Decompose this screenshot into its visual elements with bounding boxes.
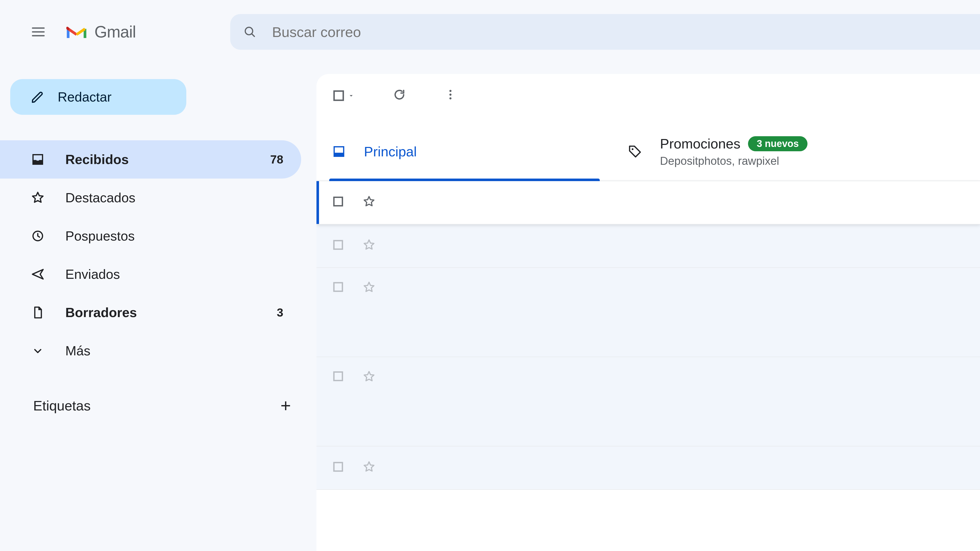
checkbox-icon (332, 281, 345, 293)
svg-rect-10 (334, 241, 342, 249)
tab-promotions[interactable]: Promociones 3 nuevos Depositphotos, rawp… (612, 122, 908, 181)
mail-row[interactable] (317, 357, 980, 446)
svg-point-6 (449, 97, 452, 99)
send-icon (30, 267, 45, 281)
main-panel: Principal Promociones 3 nuevos Depositph… (317, 74, 980, 551)
row-checkbox[interactable] (332, 370, 345, 385)
mail-row[interactable] (317, 181, 980, 224)
star-icon (30, 191, 45, 205)
hamburger-icon (30, 24, 46, 40)
svg-point-8 (632, 148, 633, 150)
checkbox-icon (332, 89, 345, 103)
refresh-button[interactable] (393, 88, 406, 103)
labels-heading: Etiquetas (33, 398, 91, 413)
toolbar (317, 74, 980, 118)
star-icon (363, 195, 375, 208)
labels-section-header: Etiquetas + (0, 395, 317, 416)
more-vertical-icon (444, 88, 457, 101)
checkbox-icon (332, 238, 345, 251)
sidebar-item-more[interactable]: Más (0, 332, 301, 370)
svg-rect-12 (334, 372, 342, 380)
clock-icon (30, 229, 45, 243)
tab-subtitle: Depositphotos, rawpixel (660, 155, 808, 167)
compose-label: Redactar (58, 89, 111, 105)
compose-button[interactable]: Redactar (10, 79, 186, 115)
sidebar-item-label: Destacados (65, 190, 135, 205)
tag-icon (628, 144, 642, 159)
sidebar-item-label: Más (65, 343, 90, 359)
checkbox-icon (332, 195, 345, 208)
svg-rect-11 (334, 283, 342, 291)
search-icon (243, 25, 257, 39)
svg-rect-13 (334, 462, 342, 471)
row-star[interactable] (363, 195, 375, 210)
search-input[interactable] (272, 24, 980, 40)
tab-label: Principal (364, 144, 417, 159)
sidebar-item-label: Borradores (65, 305, 137, 320)
app-header: Gmail (0, 0, 980, 64)
category-tabs: Principal Promociones 3 nuevos Depositph… (317, 122, 980, 181)
more-button[interactable] (444, 88, 457, 103)
svg-rect-1 (33, 161, 42, 164)
sidebar: Redactar Recibidos 78 Destacados Pospues… (0, 64, 317, 551)
star-icon (363, 460, 375, 473)
mail-row[interactable] (317, 224, 980, 268)
refresh-icon (393, 88, 406, 101)
logo[interactable]: Gmail (66, 22, 136, 41)
svg-point-4 (449, 90, 452, 92)
star-icon (363, 281, 375, 294)
row-checkbox[interactable] (332, 238, 345, 254)
row-star[interactable] (363, 281, 375, 296)
select-all-checkbox[interactable] (332, 89, 355, 103)
app-name: Gmail (94, 22, 136, 41)
checkbox-icon (332, 370, 345, 383)
row-checkbox[interactable] (332, 460, 345, 475)
caret-down-icon (348, 92, 355, 99)
mail-list (317, 181, 980, 551)
star-icon (363, 370, 375, 383)
pencil-icon (30, 90, 45, 104)
row-star[interactable] (363, 238, 375, 254)
sidebar-item-inbox[interactable]: Recibidos 78 (0, 140, 301, 179)
svg-point-5 (449, 94, 452, 95)
add-label-button[interactable]: + (280, 395, 291, 416)
sidebar-item-count: 78 (270, 152, 283, 166)
sidebar-item-sent[interactable]: Enviados (0, 255, 301, 293)
sidebar-item-label: Recibidos (65, 152, 129, 167)
svg-rect-7 (334, 153, 344, 156)
sidebar-nav: Recibidos 78 Destacados Pospuestos Envia… (0, 140, 317, 370)
search-bar[interactable] (230, 14, 980, 50)
mail-row[interactable] (317, 268, 980, 357)
sidebar-item-label: Pospuestos (65, 228, 135, 244)
row-checkbox[interactable] (332, 281, 345, 295)
tab-label: Promociones (660, 136, 740, 151)
gmail-logo-icon (66, 24, 87, 40)
row-checkbox[interactable] (332, 195, 345, 210)
sidebar-item-starred[interactable]: Destacados (0, 179, 301, 217)
main-menu-button[interactable] (28, 22, 48, 42)
inbox-icon (332, 144, 346, 159)
tab-primary[interactable]: Principal (317, 122, 612, 181)
inbox-icon (30, 152, 45, 167)
star-icon (363, 238, 375, 251)
chevron-down-icon (30, 344, 45, 358)
sidebar-item-snoozed[interactable]: Pospuestos (0, 217, 301, 255)
svg-rect-3 (334, 91, 343, 100)
sidebar-item-count: 3 (277, 306, 283, 319)
mail-row[interactable] (317, 446, 980, 490)
sidebar-item-drafts[interactable]: Borradores 3 (0, 293, 301, 332)
checkbox-icon (332, 460, 345, 473)
sidebar-item-label: Enviados (65, 267, 120, 282)
row-star[interactable] (363, 460, 375, 476)
tab-content: Promociones 3 nuevos Depositphotos, rawp… (660, 136, 808, 167)
row-star[interactable] (363, 370, 375, 386)
file-icon (30, 305, 45, 320)
new-badge: 3 nuevos (748, 136, 808, 151)
svg-rect-9 (334, 197, 342, 206)
